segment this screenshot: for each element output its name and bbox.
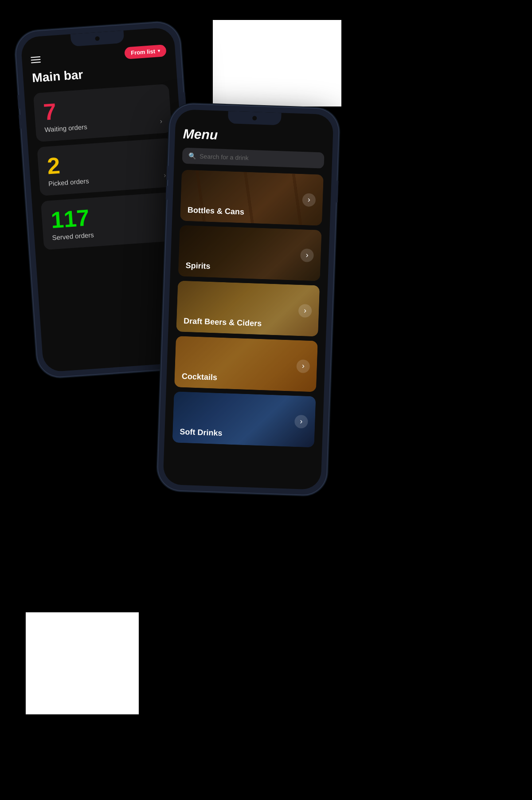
page-title-left: Main bar	[31, 62, 168, 85]
topbar-left: From list ▾	[31, 44, 167, 66]
phone-right: Menu 🔍 Search for a drink Bottles & Cans…	[157, 104, 339, 496]
waiting-chevron: ›	[160, 117, 163, 125]
page-title-right: Menu	[183, 126, 325, 146]
notch-right	[228, 111, 282, 125]
from-list-badge[interactable]: From list ▾	[124, 44, 167, 59]
volume-down-button-r[interactable]	[166, 185, 168, 200]
search-placeholder: Search for a drink	[200, 153, 249, 162]
category-cocktails[interactable]: Cocktails ›	[174, 336, 318, 392]
notch-dot	[95, 36, 100, 41]
screenshot-rect-top-right	[213, 20, 341, 106]
cat-bottles-label: Bottles & Cans	[188, 205, 245, 217]
power-button-r[interactable]	[336, 181, 339, 203]
screenshot-rect-bottom-left	[26, 612, 139, 714]
stat-card-served[interactable]: 117 Served orders ›	[41, 192, 180, 250]
picked-chevron: ›	[164, 171, 167, 179]
category-soft[interactable]: Soft Drinks ›	[172, 391, 316, 447]
cat-spirits-label: Spirits	[185, 261, 211, 271]
cat-soft-label: Soft Drinks	[180, 427, 223, 438]
from-list-chevron: ▾	[158, 48, 160, 53]
category-draft[interactable]: Draft Beers & Ciders ›	[176, 280, 320, 336]
search-bar[interactable]: 🔍 Search for a drink	[182, 148, 325, 169]
search-icon: 🔍	[188, 152, 196, 160]
category-spirits[interactable]: Spirits ›	[178, 225, 322, 281]
volume-down-button[interactable]	[19, 114, 21, 129]
from-list-label: From list	[131, 48, 156, 56]
category-bottles[interactable]: Bottles & Cans ›	[180, 170, 324, 226]
volume-up-button-r[interactable]	[166, 166, 168, 180]
notch-dot-r	[252, 116, 257, 120]
hamburger-menu[interactable]	[31, 56, 41, 63]
cat-cocktails-label: Cocktails	[181, 372, 217, 382]
stat-card-waiting[interactable]: 7 Waiting orders ›	[33, 84, 172, 142]
volume-up-button[interactable]	[17, 95, 20, 109]
stat-card-picked[interactable]: 2 Picked orders ›	[37, 138, 176, 196]
